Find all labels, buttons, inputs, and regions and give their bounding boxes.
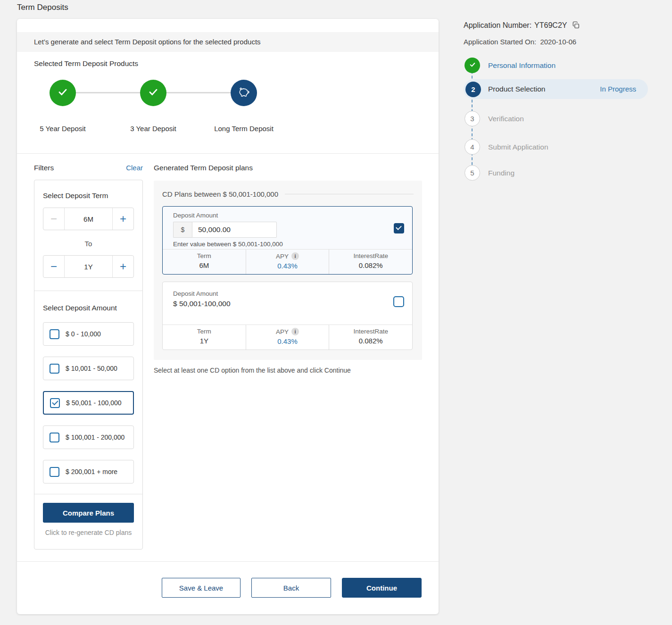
application-number-row: Application Number: YT69C2Y <box>464 21 581 30</box>
completed-step-circle <box>50 80 76 106</box>
term-from-stepper: − 6M + <box>43 208 134 230</box>
amount-option-label: $ 10,001 - 50,000 <box>66 365 117 372</box>
amount-input-group: $ <box>173 222 402 238</box>
in-progress-badge: In Progress <box>600 79 636 99</box>
amount-option-50001-100000[interactable]: $ 50,001 - 100,000 <box>43 391 134 415</box>
checkbox-icon[interactable] <box>50 364 59 374</box>
step-5-circle: 5 <box>465 165 480 181</box>
interest-rate-value: 0.082% <box>329 337 412 345</box>
deposit-term-heading: Select Deposit Term <box>43 192 134 200</box>
check-icon <box>57 86 69 100</box>
term-stat-label: Term <box>163 328 246 335</box>
deposit-amount-heading: Select Deposit Amount <box>43 304 134 312</box>
term-from-decrease-button[interactable]: − <box>43 208 64 230</box>
cd-plans-container: CD Plans between $ 50,001-100,000 Deposi… <box>154 181 422 360</box>
step-3-circle: 3 <box>465 111 480 126</box>
term-from-increase-button[interactable]: + <box>113 208 133 230</box>
compare-plans-button[interactable]: Compare Plans <box>43 503 134 523</box>
info-icon[interactable]: i <box>291 252 299 260</box>
checkbox-checked-icon[interactable] <box>50 398 60 408</box>
plan-body: Deposit Amount $ 50,001-100,000 <box>163 282 412 308</box>
info-icon[interactable]: i <box>291 328 299 335</box>
apy-stat-value[interactable]: 0.43% <box>246 337 329 345</box>
application-number-value: YT69C2Y <box>534 21 567 30</box>
currency-prefix: $ <box>173 222 192 238</box>
generated-plans-heading: Generated Term Deposit plans <box>154 164 253 172</box>
step-personal-information[interactable]: Personal Information <box>488 58 556 73</box>
interest-rate-label: InterestRate <box>329 252 412 259</box>
filter-panel: Select Deposit Term − 6M + To − 1Y + Sel… <box>34 180 143 550</box>
check-icon <box>469 61 476 70</box>
term-to-decrease-button[interactable]: − <box>43 256 64 277</box>
apy-stat: APY i 0.43% <box>246 325 329 350</box>
continue-button[interactable]: Continue <box>342 578 422 598</box>
amount-option-10001-50000[interactable]: $ 10,001 - 50,000 <box>43 357 134 380</box>
plan-body: Deposit Amount $ Enter value between $ 5… <box>163 207 412 248</box>
checkbox-icon[interactable] <box>50 329 59 339</box>
product-step-label: 5 Year Deposit <box>27 118 98 138</box>
compare-section: Compare Plans Click to re-generate CD pl… <box>34 494 142 549</box>
plan-checkbox-checked-icon[interactable] <box>394 223 404 233</box>
piggy-bank-icon <box>236 84 251 101</box>
step-funding: Funding <box>488 165 514 181</box>
back-button[interactable]: Back <box>251 578 331 598</box>
step-1-circle <box>465 58 480 73</box>
amount-option-label: $ 200,001 + more <box>66 468 117 475</box>
current-step-circle <box>231 80 257 106</box>
plan-card-6m[interactable]: Deposit Amount $ Enter value between $ 5… <box>162 206 413 275</box>
product-step-3-year: 3 Year Deposit <box>118 80 189 138</box>
product-step-label: 3 Year Deposit <box>118 118 189 138</box>
interest-rate-stat: InterestRate 0.082% <box>329 250 412 274</box>
amount-option-label: $ 50,001 - 100,000 <box>66 399 122 407</box>
header-line <box>285 194 414 194</box>
cd-plans-group-title: CD Plans between $ 50,001-100,000 <box>162 190 278 198</box>
deposit-amount-input[interactable] <box>192 222 277 238</box>
checkbox-icon[interactable] <box>50 433 59 442</box>
term-to-value: 1Y <box>64 256 113 277</box>
instruction-banner: Let’s generate and select Term Deposit o… <box>17 32 439 52</box>
amount-option-200001-more[interactable]: $ 200,001 + more <box>43 460 134 483</box>
term-deposits-card: Let’s generate and select Term Deposit o… <box>17 19 439 614</box>
plans-note: Select at least one CD option from the l… <box>154 367 351 374</box>
amount-option-label: $ 100,001 - 200,000 <box>66 433 124 441</box>
application-number-label: Application Number: <box>464 21 531 30</box>
copy-icon[interactable] <box>572 21 581 30</box>
product-step-long-term: Long Term Deposit <box>208 80 279 138</box>
amount-option-100001-200000[interactable]: $ 100,001 - 200,000 <box>43 425 134 449</box>
check-icon <box>147 86 159 100</box>
selected-products-heading: Selected Term Deposit Products <box>34 59 138 68</box>
plan-card-1y[interactable]: Deposit Amount $ 50,001-100,000 Term 1Y … <box>162 282 413 350</box>
term-to-stepper: − 1Y + <box>43 255 134 278</box>
started-on-label: Application Started On: <box>464 38 536 46</box>
amount-helper-text: Enter value between $ 50,001-100,000 <box>173 241 402 248</box>
amount-option-label: $ 0 - 10,000 <box>66 330 101 338</box>
apy-stat: APY i 0.43% <box>246 250 329 274</box>
interest-rate-value: 0.082% <box>329 261 412 269</box>
deposit-amount-range: $ 50,001-100,000 <box>173 300 402 308</box>
apy-stat-label: APY <box>276 328 289 335</box>
clear-filters-link[interactable]: Clear <box>126 164 143 172</box>
apy-stat-value[interactable]: 0.43% <box>246 262 329 270</box>
save-and-leave-button[interactable]: Save & Leave <box>162 578 241 598</box>
application-started-row: Application Started On: 2020-10-06 <box>464 38 576 46</box>
amount-option-0-10000[interactable]: $ 0 - 10,000 <box>43 322 134 346</box>
term-stat: Term 6M <box>163 250 246 274</box>
apy-stat-label: APY <box>276 253 289 260</box>
interest-rate-stat: InterestRate 0.082% <box>329 325 412 350</box>
product-step-5-year: 5 Year Deposit <box>27 80 98 138</box>
plan-checkbox-icon[interactable] <box>393 296 404 307</box>
term-stat-value: 1Y <box>163 337 246 345</box>
filters-header-row: Filters Clear <box>34 164 143 172</box>
term-stat: Term 1Y <box>163 325 246 350</box>
term-stat-label: Term <box>163 252 246 259</box>
term-from-value: 6M <box>64 208 113 230</box>
term-stat-value: 6M <box>163 261 246 269</box>
checkbox-icon[interactable] <box>50 467 59 477</box>
compare-hint: Click to re-generate CD plans <box>43 529 134 536</box>
deposit-amount-label: Deposit Amount <box>173 212 402 219</box>
started-on-value: 2020-10-06 <box>540 38 576 46</box>
product-step-label: Long Term Deposit <box>208 118 279 138</box>
plan-stats-row: Term 6M APY i 0.43% InterestRate 0.082% <box>163 249 412 274</box>
section-divider <box>17 153 439 154</box>
term-to-increase-button[interactable]: + <box>113 256 133 277</box>
